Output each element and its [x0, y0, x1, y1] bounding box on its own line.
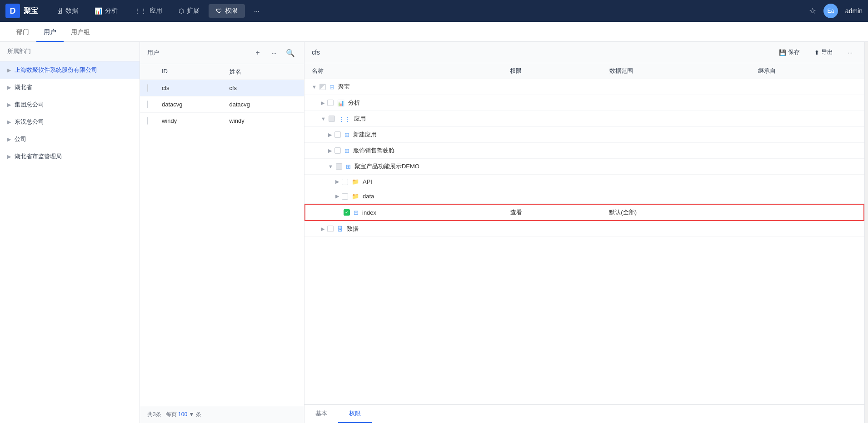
- sub-nav: 部门 用户 用户组: [0, 22, 868, 42]
- perm-footer-tab-perm[interactable]: 权限: [338, 405, 372, 423]
- chevron-right-icon: ▶: [7, 136, 11, 142]
- dashboard-icon: ⊞: [329, 84, 334, 91]
- chevron-down-icon[interactable]: ▼: [321, 116, 326, 121]
- save-button[interactable]: 💾 保存: [774, 46, 804, 58]
- nav-more[interactable]: ···: [247, 5, 267, 17]
- perm-checkbox-data-folder[interactable]: [342, 193, 348, 200]
- add-user-button[interactable]: +: [251, 46, 264, 59]
- perm-row-data-folder[interactable]: ▶ 📁 data: [304, 189, 864, 204]
- perm-row-api[interactable]: ▶ 📁 API: [304, 175, 864, 189]
- user-table-header: ID 姓名: [140, 64, 304, 80]
- chevron-right-icon: ▶: [7, 102, 11, 108]
- dept-item-shanghai[interactable]: ▶ 上海数聚软件系统股份有限公司: [0, 61, 140, 79]
- perm-row-new-app[interactable]: ▶ ⊞ 新建应用: [304, 127, 864, 143]
- data-icon: 🗄: [56, 7, 63, 15]
- nav-right: ☆ Ea admin: [809, 4, 863, 18]
- perm-row-jb-demo[interactable]: ▼ ⊞ 聚宝产品功能展示DEMO: [304, 159, 864, 175]
- perm-row-data-item[interactable]: ▶ 🗄 数据: [304, 221, 864, 237]
- user-footer: 共3条 每页 100 ▼ 条: [140, 406, 304, 423]
- perm-checkbox-api[interactable]: [342, 179, 348, 185]
- dept-list: ▶ 上海数聚软件系统股份有限公司 ▶ 湖北省 ▶ 集团总公司 ▶ 东汉总公司 ▶…: [0, 61, 140, 423]
- perm-row-analysis[interactable]: ▶ 📊 分析: [304, 95, 864, 111]
- save-icon: 💾: [779, 49, 786, 56]
- chevron-right-icon[interactable]: ▶: [321, 100, 324, 106]
- user-checkbox-cfs[interactable]: [147, 84, 148, 92]
- perm-tree: ▼ ⊞ 聚宝 ▶ 📊 分析: [304, 79, 864, 404]
- perm-checkbox-apps[interactable]: [329, 116, 335, 122]
- user-panel: 用户 + ··· 🔍 ID 姓名 cfs cfs datacvg datacvg: [140, 42, 304, 423]
- top-nav: D 聚宝 🗄 数据 📊 分析 ⋮⋮ 应用 ⬡ 扩展 🛡 权限 ··· ☆ Ea: [0, 0, 868, 22]
- dept-item-company[interactable]: ▶ 公司: [0, 131, 140, 148]
- perm-panel: cfs 💾 保存 ⬆ 导出 ··· 名称 权限 数据范围 继承自 ▼: [304, 42, 864, 423]
- perm-row-apps[interactable]: ▼ ⋮⋮ 应用: [304, 111, 864, 127]
- perm-checkbox-fashion[interactable]: [334, 147, 341, 154]
- chevron-right-icon[interactable]: ▶: [335, 179, 339, 185]
- chevron-right-icon: ▶: [7, 67, 11, 73]
- perm-user-title: cfs: [312, 49, 769, 56]
- perm-checkbox-jb-demo[interactable]: [336, 163, 342, 170]
- grid-icon: ⊞: [344, 147, 349, 154]
- tab-dept[interactable]: 部门: [9, 24, 36, 42]
- dept-header: 所属部门: [0, 42, 140, 61]
- analysis-icon: 📊: [95, 7, 102, 15]
- chevron-right-icon[interactable]: ▶: [328, 148, 332, 154]
- more-options-button[interactable]: ···: [268, 46, 280, 59]
- nav-expand[interactable]: ⬡ 扩展: [171, 4, 207, 18]
- search-button[interactable]: 🔍: [284, 46, 297, 59]
- nav-apps[interactable]: ⋮⋮ 应用: [127, 4, 170, 18]
- brand-name: 聚宝: [24, 6, 38, 16]
- perm-footer-tab-basic[interactable]: 基本: [304, 405, 338, 423]
- dept-item-group[interactable]: ▶ 集团总公司: [0, 96, 140, 113]
- chevron-right-icon: ▶: [7, 154, 11, 160]
- perm-checkbox-index[interactable]: ✓: [344, 209, 350, 216]
- chevron-right-icon[interactable]: ▶: [321, 226, 324, 232]
- nav-analysis[interactable]: 📊 分析: [87, 4, 125, 18]
- tab-user[interactable]: 用户: [36, 24, 64, 42]
- scrollbar-edge[interactable]: [864, 42, 868, 423]
- dept-panel: 所属部门 ▶ 上海数聚软件系统股份有限公司 ▶ 湖北省 ▶ 集团总公司 ▶ 东汉…: [0, 42, 140, 423]
- perm-table-header: 名称 权限 数据范围 继承自: [304, 63, 864, 79]
- chevron-right-icon[interactable]: ▶: [335, 193, 339, 199]
- database-icon: 🗄: [337, 226, 343, 232]
- nav-items: 🗄 数据 📊 分析 ⋮⋮ 应用 ⬡ 扩展 🛡 权限 ···: [49, 4, 809, 18]
- user-checkbox-windy[interactable]: [147, 117, 148, 125]
- favorite-star-icon[interactable]: ☆: [809, 6, 816, 16]
- apps-icon: ⋮⋮: [339, 116, 350, 122]
- dept-item-hubei[interactable]: ▶ 湖北省: [0, 79, 140, 96]
- shield-icon: 🛡: [216, 7, 222, 15]
- perm-row-fashion[interactable]: ▶ ⊞ 服饰销售驾驶舱: [304, 143, 864, 159]
- grid-icon: ⊞: [344, 131, 349, 138]
- perm-header: cfs 💾 保存 ⬆ 导出 ···: [304, 42, 864, 63]
- main-layout: 所属部门 ▶ 上海数聚软件系统股份有限公司 ▶ 湖北省 ▶ 集团总公司 ▶ 东汉…: [0, 42, 868, 423]
- tab-usergroup[interactable]: 用户组: [64, 24, 97, 42]
- app-logo: D: [5, 4, 20, 18]
- nav-data[interactable]: 🗄 数据: [49, 4, 85, 18]
- perm-checkbox-analysis[interactable]: [327, 100, 334, 106]
- data-range-index: 默认(全部): [609, 208, 757, 217]
- perm-more-button[interactable]: ···: [843, 47, 857, 58]
- perm-footer: 基本 权限: [304, 404, 864, 423]
- export-button[interactable]: ⬆ 导出: [810, 46, 838, 58]
- folder-orange-icon: 📁: [352, 178, 359, 185]
- perm-checkbox-jb[interactable]: [319, 84, 326, 90]
- chevron-right-icon: ▶: [7, 85, 11, 91]
- nav-permissions[interactable]: 🛡 权限: [209, 4, 245, 18]
- user-row-windy[interactable]: windy windy: [140, 113, 304, 129]
- chevron-right-icon: ▶: [7, 119, 11, 125]
- dept-item-donghan[interactable]: ▶ 东汉总公司: [0, 113, 140, 131]
- user-row-cfs[interactable]: cfs cfs: [140, 80, 304, 96]
- perm-row-jb-root[interactable]: ▼ ⊞ 聚宝: [304, 79, 864, 95]
- perm-row-index[interactable]: ✓ ⊞ index 查看 默认(全部): [304, 204, 864, 221]
- user-header: 用户 + ··· 🔍: [140, 42, 304, 64]
- perm-checkbox-data-item[interactable]: [327, 226, 334, 232]
- user-header-title: 用户: [147, 49, 248, 57]
- user-row-datacvg[interactable]: datacvg datacvg: [140, 96, 304, 113]
- chevron-down-icon[interactable]: ▼: [312, 84, 317, 90]
- chevron-right-icon[interactable]: ▶: [328, 132, 332, 138]
- user-table: ID 姓名 cfs cfs datacvg datacvg windy wind…: [140, 64, 304, 406]
- dept-item-bureau[interactable]: ▶ 湖北省市监管理局: [0, 148, 140, 165]
- user-checkbox-datacvg[interactable]: [147, 101, 148, 108]
- chevron-down-icon[interactable]: ▼: [328, 164, 333, 169]
- per-page-selector[interactable]: 100: [178, 411, 189, 418]
- perm-checkbox-new-app[interactable]: [334, 131, 341, 138]
